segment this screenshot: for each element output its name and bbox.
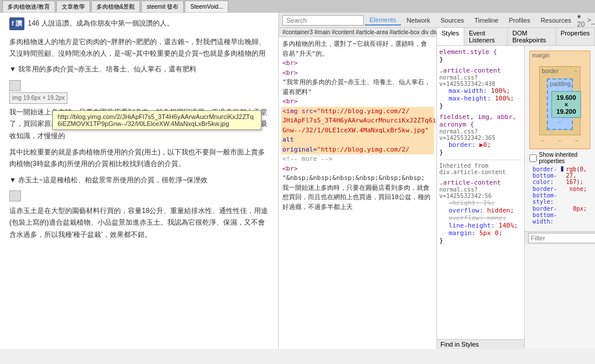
content-dimensions: 19.600 × 19.200 (557, 94, 576, 115)
devtools-icon-bar: ● 20 >_ ⚙ ⊡ ✕ (577, 13, 595, 28)
box-model-diagram: margin border − padding − 19.600 × 19.20… (529, 51, 590, 149)
html-line-img-2: JHiApFl7s5_3T4H6yAArwAucrMnurciKxJ2ZTq6i… (281, 116, 434, 126)
property-list: border-bottom-color: rgb(0, 27, 167); bo… (529, 164, 590, 226)
html-line: <br> (281, 69, 434, 78)
img-placeholder-2-area (9, 189, 269, 203)
html-content[interactable]: 多內植物的用土，選對了~它就長得好，選錯時，會容易"升天"的。 <br> <br… (279, 37, 436, 349)
find-in-styles-label: Find in Styles (440, 341, 479, 348)
show-inherited-label: Show inherited properties (539, 152, 590, 164)
margin-label: margin (532, 52, 550, 59)
html-line: <br> (281, 59, 434, 69)
box-model-panel: margin border − padding − 19.600 × 19.20… (524, 46, 595, 349)
article-paragraph-4: 這赤玉土是在大型的園藝材料行買的，容量18公升、重量給排水性、通性性佳，用途(包… (9, 205, 269, 240)
browser-chrome: 多肉植物迷/教育 文章教學 多肉植物&景觀 steemit 發布 SteemVo… (0, 0, 595, 13)
breadcrumb: #container3 #main #content #article-area… (279, 28, 436, 37)
find-in-styles-bar: Find in Styles (437, 339, 524, 349)
html-line-img-4: original="http://blog.yimg.com/2/ (281, 145, 434, 155)
css-rule-article-content-2: .article-content normal.css?v=1425532342… (439, 179, 522, 244)
tab-bar: 多肉植物迷/教育 文章教學 多肉植物&景觀 steemit 發布 SteemVo… (0, 0, 595, 13)
img-label: img 19.6px × 19.2px (9, 92, 67, 104)
main-area: f 讚 146 人說這讚。成為你朋友中第一個說讚的人。 多肉植物迷人的地方是它肉… (0, 13, 595, 349)
article-paragraph-1: 多肉植物迷人的地方是它肉肉的~胖胖的~肥肥的，還古錐~，對我們這種早出晚歸、又沒… (9, 36, 269, 60)
tab-2[interactable]: 文章教學 (56, 1, 90, 12)
devtools-panel: Elements Network Sources Timeline Profil… (279, 13, 595, 349)
url-tooltip: http://blog.yimg.com/2/JHiApFl7s5_3T4H6y… (52, 110, 261, 130)
border-label: border (542, 68, 559, 74)
devtools-search-input[interactable] (282, 15, 364, 26)
property-border-bottom-width: border-bottom-width: 0px; (533, 206, 587, 225)
box-border: border − padding − 19.600 × 19.200 (539, 66, 580, 135)
inherited-properties-section: Show inherited properties border-bottom-… (529, 152, 590, 226)
devtools-toolbar: Elements Network Sources Timeline Profil… (279, 13, 595, 28)
html-line: "我常用的多肉的介質~赤玉土、培養土、仙人掌石，還有肥料" (281, 78, 434, 97)
filter-bar (525, 231, 595, 244)
styles-box-panel: Styles Event Listeners DOM Breakpoints P… (437, 28, 595, 349)
style-tab-properties[interactable]: Properties (556, 28, 595, 45)
html-line: 多內植物的用土，選對了~它就長得好，選錯時，會容易"升天"的。 (281, 39, 434, 59)
padding-minus: − (566, 81, 569, 87)
style-tab-dom-breakpoints[interactable]: DOM Breakpoints (508, 28, 556, 45)
show-inherited-checkbox[interactable] (529, 154, 537, 162)
css-rule-article-content-1: .article-content normal.css?v=1425532342… (439, 67, 522, 110)
html-line-img: <img src="http://blog.yimg.com/2/ (281, 107, 434, 117)
border-minus: − (574, 68, 578, 74)
section-header-1: ▼ 我常用的多肉介質~赤玉土、培養土、仙人掌石，還有肥料 (9, 64, 269, 75)
img-placeholder-area: img 19.6px × 19.2px (9, 79, 269, 104)
styles-rules-panel: element.style { } .article-content norma… (437, 46, 524, 349)
html-line-br: <br> (281, 164, 434, 174)
html-line-img-3: Gnw--/32/1/0LE1ceXW.4MaNxqLxBr5kw.jpg" a… (281, 126, 434, 145)
img-placeholder-2 (9, 190, 21, 201)
section-header-2: ▼ 赤玉土~這是種植松、柏盆景常所使用的介質，很乾淨~保溼效 (9, 175, 269, 186)
console-icon[interactable]: >_ (587, 16, 595, 24)
color-swatch (561, 166, 564, 172)
styles-box-split: element.style { } .article-content norma… (437, 46, 595, 349)
devtools-tab-sources[interactable]: Sources (436, 16, 468, 25)
style-panel-tabs: Styles Event Listeners DOM Breakpoints P… (437, 28, 595, 46)
counter-badge: ● 20 (577, 13, 585, 28)
devtools-main: #container3 #main #content #article-area… (279, 28, 595, 349)
tab-1[interactable]: 多肉植物迷/教育 (2, 1, 55, 12)
tab-3[interactable]: 多肉植物&景觀 (91, 1, 141, 12)
styles-content[interactable]: element.style { } .article-content norma… (437, 46, 524, 339)
box-content-size: 19.600 × 19.200 (551, 91, 582, 118)
fb-icon: f 讚 (9, 17, 24, 30)
devtools-tab-profiles[interactable]: Profiles (504, 16, 535, 25)
html-panel: #container3 #main #content #article-area… (279, 28, 437, 349)
webpage-content: f 讚 146 人說這讚。成為你朋友中第一個說讚的人。 多肉植物迷人的地方是它肉… (0, 13, 278, 349)
img-placeholder (9, 80, 21, 91)
html-line-text: "&nbsp;&nbsp;&nbsp;&nbsp;&nbsp;&nbsp; 我一… (281, 174, 434, 212)
style-tab-styles[interactable]: Styles (437, 28, 464, 45)
html-line: <br> (281, 97, 434, 107)
fb-like-bar: f 讚 146 人說這讚。成為你朋友中第一個說讚的人。 (9, 17, 269, 30)
property-border-bottom-color: border-bottom-color: rgb(0, 27, 167); (533, 166, 587, 185)
css-inherited-header: Inherited from div.article-content (439, 160, 522, 175)
tab-5[interactable]: SteemVoid... (185, 1, 228, 12)
article-paragraph-3: 其中比較重要的就是多肉植物所使用的介質(用土)，以下我也不要與一般市面上賣多肉植… (9, 146, 269, 170)
show-inherited-checkbox-row: Show inherited properties (529, 152, 590, 164)
filter-input[interactable] (528, 233, 595, 243)
devtools-tab-timeline[interactable]: Timeline (470, 16, 503, 25)
box-model-content: margin border − padding − 19.600 × 19.20… (525, 46, 595, 231)
tab-4[interactable]: steemit 發布 (141, 1, 184, 12)
fb-like-text: 146 人說這讚。成為你朋友中第一個說讚的人。 (28, 18, 174, 29)
property-border-bottom-style: border-bottom-style: none; (533, 186, 587, 205)
devtools-tab-resources[interactable]: Resources (536, 16, 576, 25)
style-tab-event-listeners[interactable]: Event Listeners (464, 28, 508, 45)
webpage-panel: f 讚 146 人說這讚。成為你朋友中第一個說讚的人。 多肉植物迷人的地方是它肉… (0, 13, 279, 349)
devtools-tab-elements[interactable]: Elements (365, 15, 401, 26)
box-padding: padding − 19.600 × 19.200 − (547, 78, 573, 130)
html-line-comment: <!-- more --> (281, 154, 434, 164)
css-rule-element-style: element.style { } (439, 48, 522, 63)
box-bottom-labels: −−− (535, 138, 585, 144)
devtools-tab-network[interactable]: Network (402, 16, 435, 25)
css-rule-fieldset: fieldset, img, abbr, acronym { normal.cs… (439, 113, 522, 156)
